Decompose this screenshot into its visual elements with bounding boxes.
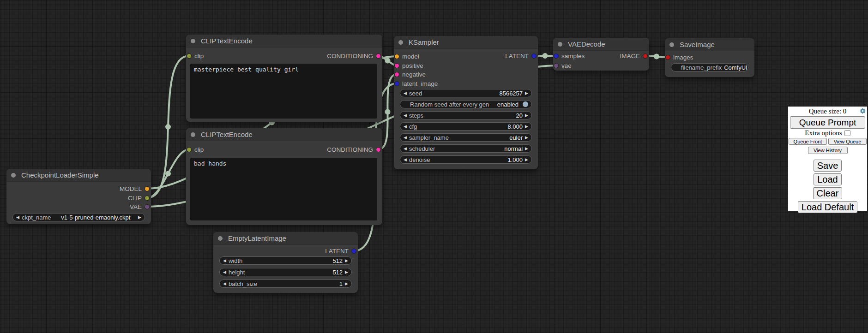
widget-ckpt-name[interactable]: ◀ ckpt_name v1-5-pruned-emaonly.ckpt ▶ — [12, 213, 145, 221]
arrow-left-icon[interactable]: ◀ — [404, 91, 407, 95]
slot-label: CONDITIONING — [327, 53, 373, 59]
node-title-bar[interactable]: CLIPTextEncode — [186, 128, 382, 141]
settings-gear-icon[interactable] — [859, 107, 866, 114]
node-clip-text-encode-positive[interactable]: CLIPTextEncode clip CONDITIONING masterp… — [186, 35, 382, 122]
slot-label: clip — [194, 53, 204, 59]
arrow-left-icon[interactable]: ◀ — [223, 282, 226, 286]
arrow-right-icon[interactable]: ▶ — [345, 259, 348, 263]
node-empty-latent-image[interactable]: EmptyLatentImage LATENT ◀ width 512 ▶ ◀ … — [213, 232, 358, 293]
arrow-right-icon[interactable]: ▶ — [525, 91, 528, 95]
output-dot-latent[interactable] — [532, 54, 536, 58]
arrow-left-icon[interactable]: ◀ — [404, 136, 407, 140]
arrow-right-icon[interactable]: ▶ — [138, 215, 141, 220]
input-dot-positive[interactable] — [395, 64, 399, 68]
extra-options-checkbox[interactable] — [844, 130, 850, 136]
input-dot-negative[interactable] — [395, 72, 399, 77]
output-dot-conditioning[interactable] — [376, 148, 380, 152]
load-default-button[interactable]: Load Default — [798, 201, 857, 213]
input-dot-vae[interactable] — [554, 64, 558, 68]
arrow-right-icon[interactable]: ▶ — [525, 136, 528, 140]
queue-prompt-button[interactable]: Queue Prompt — [790, 116, 865, 129]
view-queue-button[interactable]: View Queue — [828, 138, 867, 145]
collapse-dot-icon[interactable] — [398, 40, 403, 45]
arrow-left-icon[interactable]: ◀ — [404, 158, 407, 162]
widget-value: 512 — [332, 269, 343, 276]
widget-scheduler[interactable]: ◀ scheduler normal ▶ — [400, 144, 532, 153]
widget-width[interactable]: ◀ width 512 ▶ — [219, 256, 352, 265]
node-title-bar[interactable]: CLIPTextEncode — [186, 35, 382, 48]
node-title-bar[interactable]: VAEDecode — [553, 38, 649, 51]
view-history-button[interactable]: View History — [808, 147, 848, 154]
widget-label: sampler_name — [409, 134, 449, 141]
widget-label: ckpt_name — [22, 214, 51, 221]
output-dot-conditioning[interactable] — [376, 54, 380, 58]
queue-front-button[interactable]: Queue Front — [789, 138, 827, 145]
toggle-dot-icon[interactable] — [523, 101, 528, 107]
node-title-bar[interactable]: KSampler — [394, 36, 538, 49]
slot-label: CONDITIONING — [327, 146, 373, 153]
output-dot-model[interactable] — [145, 187, 149, 191]
arrow-left-icon[interactable]: ◀ — [404, 113, 407, 118]
output-dot-latent[interactable] — [352, 249, 356, 253]
widget-random-seed-toggle[interactable]: Random seed after every gen enabled — [400, 100, 532, 108]
output-dot-clip[interactable] — [145, 196, 149, 200]
input-dot-images[interactable] — [666, 55, 670, 59]
collapse-dot-icon[interactable] — [11, 173, 16, 178]
slot-label: LATENT — [505, 53, 529, 59]
slot-label: samples — [561, 53, 585, 59]
arrow-right-icon[interactable]: ▶ — [525, 125, 528, 129]
clear-button[interactable]: Clear — [813, 187, 843, 199]
arrow-right-icon[interactable]: ▶ — [345, 282, 348, 286]
node-title-bar[interactable]: EmptyLatentImage — [213, 232, 358, 245]
arrow-right-icon[interactable]: ▶ — [525, 158, 528, 162]
arrow-left-icon[interactable]: ◀ — [16, 215, 19, 220]
arrow-left-icon[interactable]: ◀ — [223, 270, 226, 274]
output-dot-vae[interactable] — [145, 205, 149, 209]
slot-label: model — [402, 53, 419, 60]
prompt-textarea[interactable]: bad hands — [190, 158, 377, 220]
node-title: EmptyLatentImage — [228, 234, 286, 242]
widget-denoise[interactable]: ◀ denoise 1.000 ▶ — [400, 155, 532, 164]
node-save-image[interactable]: SaveImage images filename_prefix ComfyUI — [665, 38, 754, 77]
input-slot-samples: samples — [554, 52, 585, 60]
slot-label: MODEL — [120, 185, 142, 192]
node-title: CheckpointLoaderSimple — [21, 171, 99, 179]
node-vae-decode[interactable]: VAEDecode samples vae IMAGE — [553, 38, 649, 71]
collapse-dot-icon[interactable] — [218, 236, 223, 241]
collapse-dot-icon[interactable] — [558, 42, 562, 47]
arrow-left-icon[interactable]: ◀ — [404, 147, 407, 151]
widget-steps[interactable]: ◀ steps 20 ▶ — [400, 111, 532, 119]
collapse-dot-icon[interactable] — [191, 39, 195, 43]
widget-batch-size[interactable]: ◀ batch_size 1 ▶ — [219, 279, 352, 288]
collapse-dot-icon[interactable] — [669, 42, 674, 47]
node-checkpoint-loader[interactable]: CheckpointLoaderSimple MODEL CLIP VAE ◀ … — [6, 169, 151, 224]
node-title-bar[interactable]: CheckpointLoaderSimple — [6, 169, 151, 182]
widget-height[interactable]: ◀ height 512 ▶ — [219, 268, 352, 276]
node-clip-text-encode-negative[interactable]: CLIPTextEncode clip CONDITIONING bad han… — [186, 128, 382, 225]
node-title-bar[interactable]: SaveImage — [665, 38, 754, 51]
input-dot-samples[interactable] — [554, 54, 558, 58]
arrow-right-icon[interactable]: ▶ — [345, 270, 348, 274]
load-button[interactable]: Load — [814, 173, 842, 185]
widget-sampler-name[interactable]: ◀ sampler_name euler ▶ — [400, 133, 532, 142]
input-dot-clip[interactable] — [187, 54, 191, 58]
arrow-left-icon[interactable]: ◀ — [223, 259, 226, 263]
output-dot-image[interactable] — [643, 54, 647, 58]
widget-value: 512 — [332, 257, 343, 264]
widget-value: 8.000 — [508, 123, 523, 130]
collapse-dot-icon[interactable] — [191, 132, 195, 137]
save-button[interactable]: Save — [814, 160, 842, 172]
input-dot-model[interactable] — [395, 54, 399, 59]
widget-cfg[interactable]: ◀ cfg 8.000 ▶ — [400, 122, 532, 131]
widget-seed[interactable]: ◀ seed 8566257 ▶ — [400, 89, 532, 97]
arrow-right-icon[interactable]: ▶ — [525, 147, 528, 151]
slot-label: VAE — [130, 203, 142, 210]
arrow-right-icon[interactable]: ▶ — [525, 113, 528, 118]
extra-options-row: Extra options — [788, 129, 867, 137]
input-dot-latent-image[interactable] — [395, 82, 399, 86]
arrow-left-icon[interactable]: ◀ — [404, 125, 407, 129]
node-ksampler[interactable]: KSampler model positive negative latent_… — [394, 36, 538, 169]
input-dot-clip[interactable] — [187, 148, 191, 152]
prompt-textarea[interactable]: masterpiece best quality girl — [190, 64, 377, 119]
widget-filename-prefix[interactable]: filename_prefix ComfyUI — [671, 63, 748, 71]
